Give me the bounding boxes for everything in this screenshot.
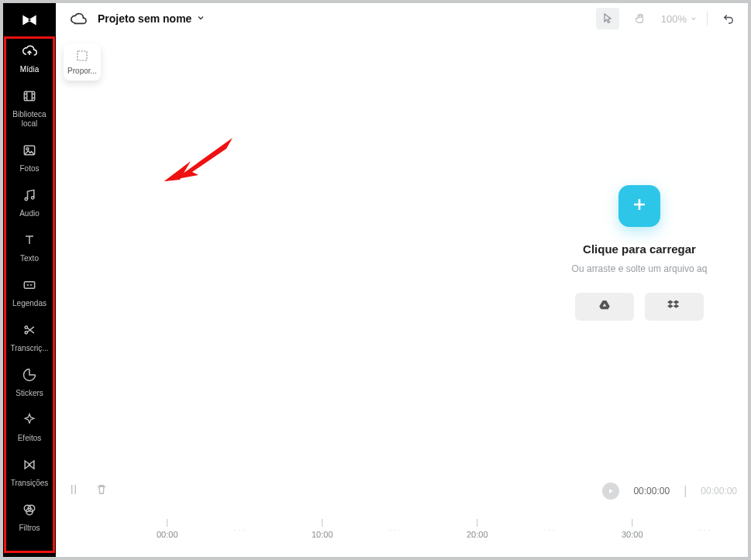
project-name: Projeto sem nome: [98, 12, 191, 25]
ruler-tick-label: 20:00: [467, 530, 488, 539]
svg-point-3: [25, 198, 27, 200]
sidebar-item-label: Transições: [11, 479, 49, 488]
sidebar-item-effects[interactable]: Efeitos: [3, 406, 56, 451]
text-icon: [22, 232, 37, 251]
top-bar: Projeto sem nome 100%: [56, 3, 748, 34]
aspect-ratio-button[interactable]: Propor...: [64, 43, 101, 81]
sticker-icon: [22, 367, 37, 386]
sidebar-item-label: Filtros: [19, 524, 40, 533]
split-button[interactable]: [67, 483, 81, 500]
svg-point-4: [32, 197, 34, 199]
sidebar-item-label: Mídia: [20, 65, 39, 74]
aspect-ratio-label: Propor...: [67, 67, 97, 75]
captions-icon: [22, 277, 37, 296]
image-icon: [22, 143, 37, 161]
chevron-down-icon: [196, 12, 205, 26]
hand-tool-button[interactable]: [629, 8, 652, 29]
svg-rect-0: [24, 91, 34, 101]
sidebar-item-label: Biblioteca local: [6, 110, 53, 129]
timeline-duration: 00:00:00: [701, 486, 737, 496]
transition-icon: [22, 457, 37, 476]
sidebar-item-transcription[interactable]: Transcriç...: [3, 316, 56, 361]
sidebar-item-label: Texto: [20, 254, 39, 263]
upload-subtitle: Ou arraste e solte um arquivo aq: [572, 263, 708, 274]
sidebar-item-label: Transcriç...: [10, 344, 48, 353]
music-note-icon: [22, 187, 37, 206]
sidebar-item-label: Legendas: [12, 299, 47, 308]
film-icon: [22, 88, 37, 107]
sidebar-item-captions[interactable]: Legendas: [3, 271, 56, 316]
sidebar-item-label: Efeitos: [18, 434, 42, 443]
divider: [707, 12, 708, 26]
zoom-level: 100%: [661, 13, 687, 25]
ruler-tick-label: 00:00: [157, 530, 178, 539]
left-sidebar: Mídia Biblioteca local Fotos Áudio Texto: [3, 3, 56, 557]
upload-panel: Clique para carregar Ou arraste e solte …: [531, 34, 748, 472]
dropbox-icon: [667, 298, 681, 315]
play-button[interactable]: [602, 483, 619, 500]
svg-point-6: [25, 326, 27, 328]
sidebar-item-text[interactable]: Texto: [3, 226, 56, 271]
google-drive-button[interactable]: [575, 293, 634, 321]
sparkle-icon: [22, 412, 37, 431]
filters-icon: [22, 502, 37, 520]
annotation-red-arrow: [164, 135, 234, 189]
svg-rect-5: [24, 282, 34, 288]
sidebar-item-label: Stickers: [16, 389, 43, 398]
undo-button[interactable]: [717, 8, 740, 29]
sidebar-item-label: Áudio: [19, 209, 40, 218]
sidebar-item-transitions[interactable]: Transições: [3, 451, 56, 496]
svg-point-2: [26, 148, 29, 150]
timeline-current-time: 00:00:00: [633, 486, 670, 496]
plus-icon: [630, 195, 649, 217]
cursor-tool-button[interactable]: [596, 8, 619, 29]
delete-button[interactable]: [95, 483, 109, 500]
dropbox-button[interactable]: [645, 293, 704, 321]
zoom-dropdown[interactable]: 100%: [661, 13, 698, 25]
ruler-tick-label: 30:00: [622, 530, 643, 539]
timeline-ruler[interactable]: |00:00 · · · |10:00 · · · |20:00 · · · |…: [56, 510, 748, 549]
scissors-icon: [22, 322, 37, 341]
sidebar-item-filters[interactable]: Filtros: [3, 496, 56, 541]
sidebar-item-local-library[interactable]: Biblioteca local: [3, 82, 56, 136]
crop-frame-icon: [75, 49, 89, 64]
timeline-toolbar: 00:00:00 | 00:00:00: [56, 472, 748, 510]
svg-point-7: [25, 332, 27, 334]
timeline-panel: 00:00:00 | 00:00:00 |00:00 · · · |10:00 …: [56, 472, 748, 557]
sidebar-item-audio[interactable]: Áudio: [3, 181, 56, 226]
upload-title: Clique para carregar: [583, 242, 696, 256]
chevron-down-icon: [690, 13, 698, 25]
cloud-icon[interactable]: [70, 10, 87, 27]
editor-canvas[interactable]: Propor... Clique para carregar Ou arrast…: [56, 34, 748, 472]
sidebar-item-label: Fotos: [19, 164, 39, 173]
cloud-upload-icon: [22, 43, 37, 62]
svg-rect-11: [78, 51, 87, 60]
ruler-tick-label: 10:00: [312, 530, 333, 539]
app-logo: [3, 3, 56, 37]
google-drive-icon: [598, 298, 611, 315]
project-name-dropdown[interactable]: Projeto sem nome: [98, 12, 205, 26]
play-icon: [607, 484, 615, 498]
sidebar-item-media[interactable]: Mídia: [3, 37, 56, 82]
sidebar-item-photos[interactable]: Fotos: [3, 136, 56, 181]
upload-button[interactable]: [618, 185, 660, 227]
sidebar-item-stickers[interactable]: Stickers: [3, 361, 56, 406]
